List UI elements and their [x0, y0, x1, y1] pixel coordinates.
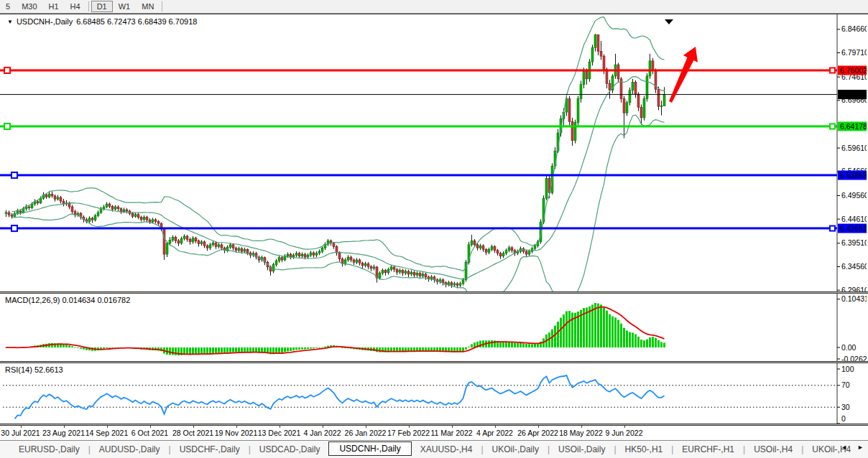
date-label: 14 Sep 2021	[86, 429, 129, 437]
date-axis[interactable]: 30 Jul 202123 Aug 202114 Sep 20216 Oct 2…	[0, 425, 868, 440]
macd-axis-label: -0.02624	[841, 355, 867, 362]
date-label: 23 Aug 2021	[42, 429, 85, 437]
bollinger-upper-band	[12, 17, 665, 271]
date-label: 6 Oct 2021	[131, 429, 168, 437]
timeframe-button-m30[interactable]: M30	[16, 1, 42, 12]
chart-tab-eurchf-h1[interactable]: EURCHF-,H1	[673, 443, 743, 456]
date-tick	[236, 426, 237, 428]
date-tick	[150, 426, 151, 428]
level-handle[interactable]	[11, 172, 17, 178]
mt4-window: 5M30H1H4D1W1MN 6.846606.797106.746106.69…	[0, 0, 868, 458]
date-label: 28 Oct 2021	[172, 429, 213, 437]
timeframe-button-5[interactable]: 5	[0, 1, 16, 12]
chart-tab-ukoil-daily[interactable]: UKOil-,Daily	[484, 443, 548, 456]
level-handle[interactable]	[4, 67, 10, 73]
level-handle[interactable]	[830, 68, 835, 73]
level-handle[interactable]	[4, 123, 10, 129]
price-axis-label: 6.29610	[841, 286, 867, 291]
date-tick	[193, 426, 194, 428]
date-tick	[495, 426, 496, 428]
date-tick	[409, 426, 410, 428]
date-label: 18 May 2022	[559, 429, 603, 437]
date-label: 9 Jun 2022	[606, 429, 643, 437]
date-tick	[366, 426, 366, 428]
chart-tab-audusd-daily[interactable]: AUDUSD-,Daily	[91, 443, 169, 456]
chart-symbol-label: USDCNH-,Daily	[17, 17, 73, 26]
date-label: 4 Apr 2022	[476, 429, 513, 437]
price-axis-label: 6.44610	[841, 215, 867, 223]
rsi-line	[15, 375, 665, 419]
chart-tab-eurusd-daily[interactable]: EURUSD-,Daily	[10, 443, 88, 456]
macd-axis-label: 0.104313	[841, 294, 867, 303]
chart-tab-bar: EURUSD-,Daily|AUDUSD-,Daily|USDCHF-,Dail…	[0, 440, 868, 458]
main-chart-panel[interactable]: 6.846606.797106.746106.696606.596106.546…	[0, 14, 868, 292]
timeframe-button-mn[interactable]: MN	[136, 1, 160, 12]
timeframe-toolbar: 5M30H1H4D1W1MN	[0, 0, 868, 14]
rsi-axis-label: 30	[841, 403, 850, 411]
date-tick	[538, 426, 539, 428]
title-dropdown-icon[interactable]: ▼	[7, 19, 13, 25]
price-badge-6.64178: 6.64178	[840, 122, 867, 131]
date-tick	[323, 426, 323, 428]
macd-panel[interactable]: 0.1043130.00-0.02624 MACD(12,26,9) 0.014…	[0, 293, 868, 362]
date-tick	[581, 426, 582, 428]
toolbar-separator	[162, 1, 162, 11]
chart-tab-usoil-daily[interactable]: USOil-,Daily	[550, 443, 614, 456]
timeframe-button-h4[interactable]: H4	[65, 1, 86, 12]
tab-scroll-buttons: ◄ ►	[841, 444, 864, 451]
price-badge-6.70918: 6.70918	[840, 90, 867, 99]
price-axis-label: 6.39510	[841, 238, 867, 247]
timeframe-button-d1[interactable]: D1	[91, 1, 113, 12]
price-axis-label: 6.84660	[841, 24, 867, 33]
price-badge-6.42652: 6.42652	[840, 224, 867, 233]
date-label: 4 Jan 2022	[304, 429, 341, 437]
date-tick	[64, 426, 65, 428]
date-label: 17 Feb 2022	[387, 429, 430, 437]
level-handle[interactable]	[11, 225, 17, 231]
date-tick	[280, 426, 280, 428]
date-tick	[452, 426, 453, 428]
chart-tab-usdcad-daily[interactable]: USDCAD-,Daily	[251, 443, 329, 456]
price-badge-6.53869: 6.53869	[840, 171, 867, 179]
chart-tab-usdchf-daily[interactable]: USDCHF-,Daily	[171, 443, 249, 456]
tab-scroll-right-icon[interactable]: ►	[857, 444, 864, 451]
chart-tab-hk50-h1[interactable]: HK50-,H1	[617, 443, 672, 456]
date-tick	[624, 426, 625, 428]
rsi-axis-label: 70	[841, 380, 850, 389]
price-axis-label: 6.34560	[841, 262, 867, 271]
price-chart-canvas[interactable]: 6.846606.797106.746106.696606.596106.546…	[0, 14, 867, 291]
price-axis-label: 6.79710	[841, 48, 867, 57]
chart-tab-usdcnh-daily[interactable]: USDCNH-,Daily	[328, 441, 411, 456]
rsi-canvas[interactable]: 10070300	[0, 363, 867, 424]
date-label: 30 Jul 2021	[1, 429, 40, 437]
macd-label: MACD(12,26,9) 0.014634 0.016782	[5, 296, 130, 304]
date-label: 13 Dec 2021	[258, 429, 301, 437]
chart-tab-usoil-h4[interactable]: USOil-,H4	[745, 443, 801, 456]
price-badge-6.76002: 6.76002	[840, 66, 867, 75]
price-axis-label: 6.59610	[841, 144, 867, 152]
level-handle[interactable]	[830, 124, 835, 129]
date-label: 26 Apr 2022	[517, 429, 558, 437]
chart-title: ▼ USDCNH-,Daily 6.68485 6.72473 6.68439 …	[7, 17, 197, 26]
chart-tab-xauusd-h4[interactable]: XAUUSD-,H4	[412, 443, 481, 456]
toolbar-separator	[88, 1, 89, 11]
date-label: 19 Nov 2021	[215, 429, 258, 437]
price-axis-label: 6.49560	[841, 191, 867, 200]
rsi-panel[interactable]: 10070300 RSI(14) 52.6613	[0, 363, 868, 424]
timeframe-button-h1[interactable]: H1	[43, 1, 65, 12]
date-label: 26 Jan 2022	[345, 429, 387, 437]
rsi-axis-label: 100	[841, 365, 854, 373]
rsi-axis-label: 0	[841, 414, 846, 423]
date-label: 11 Mar 2022	[430, 429, 472, 437]
down-arrow-marker-icon[interactable]	[665, 19, 673, 24]
macd-axis-label: 0.00	[841, 343, 857, 352]
chart-ohlc-values: 6.68485 6.72473 6.68439 6.70918	[76, 17, 197, 26]
tab-scroll-left-icon[interactable]: ◄	[841, 444, 847, 451]
timeframe-button-w1[interactable]: W1	[113, 1, 137, 12]
date-tick	[21, 426, 22, 428]
rsi-label: RSI(14) 52.6613	[5, 365, 63, 374]
date-tick	[107, 426, 108, 428]
level-handle[interactable]	[830, 226, 835, 231]
